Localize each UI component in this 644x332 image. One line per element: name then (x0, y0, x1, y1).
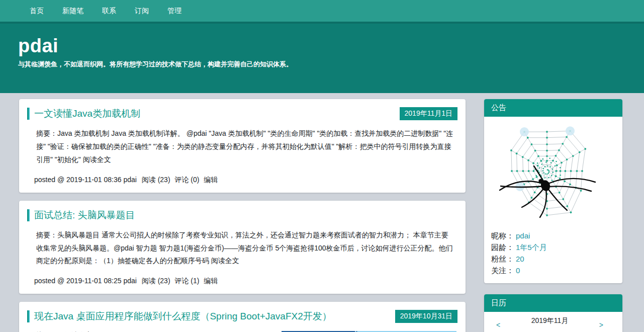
calendar-prev-button[interactable]: < (496, 321, 500, 329)
title-accent-bar (27, 108, 30, 120)
profile-nickname-row: 昵称：pdai (491, 230, 615, 241)
announcement-header: 公告 (484, 99, 622, 117)
announcement-panel: 公告 昵称：pdai 园龄：1年5个月 粉丝：20 关注：0 (484, 99, 622, 283)
read-count-link[interactable]: 阅读 (23) (142, 277, 170, 285)
calendar-nav: < 2019年11月 > (484, 312, 622, 329)
post-title-link[interactable]: 现在Java 桌面应用程序能做到什么程度（Spring Boot+JavaFX2… (27, 310, 332, 323)
read-more-link[interactable]: 阅读全文 (83, 155, 111, 163)
top-navbar: 首页 新随笔 联系 订阅 管理 (0, 0, 644, 22)
post-title-link[interactable]: 一文读懂Java类加载机制 (27, 107, 140, 120)
calendar-day-headers: 日 一 二 三 四 五 六 (484, 329, 622, 332)
edit-link[interactable]: 编辑 (204, 277, 218, 285)
comment-count-link[interactable]: 评论 (0) (174, 176, 199, 184)
sidebar: 公告 昵称：pdai 园龄：1年5个月 粉丝：20 关注：0 (484, 99, 622, 332)
profile-following-row: 关注：0 (491, 265, 615, 276)
edit-link[interactable]: 编辑 (204, 176, 218, 184)
posted-info: posted @ 2019-11-01 08:36 pdai (34, 176, 137, 184)
post-meta: posted @ 2019-11-01 08:36 pdai 阅读 (23) 评… (34, 176, 457, 185)
following-count-link[interactable]: 0 (516, 266, 520, 275)
nav-item-home[interactable]: 首页 (30, 7, 44, 16)
blog-subtitle: 与其临渊羡鱼，不如退而织网。将所有想学习过的技术做下总结，构建并完善自己的知识体… (18, 60, 644, 69)
read-more-link[interactable]: 阅读全文 (211, 257, 239, 265)
profile-age-row: 园龄：1年5个月 (491, 241, 615, 253)
posted-info: posted @ 2019-11-01 08:25 pdai (34, 277, 137, 285)
read-count-link[interactable]: 阅读 (23) (142, 176, 170, 184)
blog-header: pdai 与其临渊羡鱼，不如退而织网。将所有想学习过的技术做下总结，构建并完善自… (0, 24, 644, 93)
calendar-next-button[interactable]: > (599, 321, 603, 329)
spider-web-image (491, 122, 616, 225)
profile-info: 昵称：pdai 园龄：1年5个月 粉丝：20 关注：0 (484, 229, 622, 283)
profile-fans-row: 粉丝：20 (491, 253, 615, 265)
title-accent-bar (27, 209, 30, 221)
fans-count-link[interactable]: 20 (516, 255, 524, 263)
post-summary: 摘要：头脑风暴题目 通常大公司招人的时候除了考察专业知识，算法之外，还会通过智力… (36, 229, 453, 268)
post-summary: 摘要：Java 类加载机制 Java 类加载机制详解。 @pdai "Java … (36, 127, 453, 167)
garden-age-link[interactable]: 1年5个月 (516, 243, 547, 252)
post-meta: posted @ 2019-11-01 08:25 pdai 阅读 (23) 评… (34, 277, 457, 286)
main-area: 一文读懂Java类加载机制 2019年11月1日 摘要：Java 类加载机制 J… (0, 93, 644, 332)
nav-item-subscribe[interactable]: 订阅 (135, 7, 149, 16)
post-list: 一文读懂Java类加载机制 2019年11月1日 摘要：Java 类加载机制 J… (19, 99, 466, 332)
title-accent-bar (27, 310, 30, 322)
post-card: 现在Java 桌面应用程序能做到什么程度（Spring Boot+JavaFX2… (19, 302, 466, 332)
nav-item-admin[interactable]: 管理 (167, 7, 181, 16)
post-title-link[interactable]: 面试总结: 头脑风暴题目 (27, 209, 135, 222)
blog-title[interactable]: pdai (18, 24, 644, 58)
nav-item-contact[interactable]: 联系 (102, 7, 116, 16)
post-card: 面试总结: 头脑风暴题目 摘要：头脑风暴题目 通常大公司招人的时候除了考察专业知… (19, 201, 466, 294)
post-date-badge: 2019年10月31日 (395, 310, 457, 323)
nav-item-new-post[interactable]: 新随笔 (62, 7, 83, 16)
comment-count-link[interactable]: 评论 (1) (174, 277, 199, 285)
calendar-header: 日历 (484, 294, 622, 312)
calendar-panel: 日历 < 2019年11月 > 日 一 二 三 四 五 六 (484, 294, 622, 332)
nickname-link[interactable]: pdai (516, 231, 530, 240)
post-date-badge: 2019年11月1日 (400, 107, 457, 120)
calendar-month-label: 2019年11月 (530, 316, 570, 325)
post-card: 一文读懂Java类加载机制 2019年11月1日 摘要：Java 类加载机制 J… (19, 99, 466, 193)
